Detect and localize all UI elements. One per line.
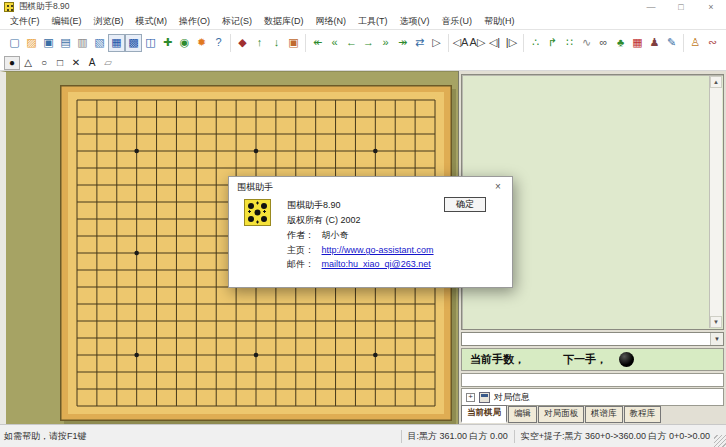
dialog-email-row: 邮件： mailto:hu_xiao_qi@263.net (287, 258, 431, 271)
menu-item-3[interactable]: 模式(M) (130, 14, 174, 29)
board-edit-button[interactable]: ▩ (125, 34, 142, 52)
move-up-button[interactable]: ↑ (251, 34, 268, 52)
about-button[interactable]: ? (210, 34, 227, 52)
last-variation-button[interactable]: |▷ (503, 34, 520, 52)
wave2-button[interactable]: ∾ (704, 34, 721, 52)
snapshot-button[interactable]: ▣ (285, 34, 302, 52)
save-button[interactable]: ▣ (40, 34, 57, 52)
letter-mark-tool[interactable]: A (84, 56, 100, 70)
menu-bar: 文件(F)编辑(E)浏览(B)模式(M)操作(O)标记(S)数据库(D)网络(N… (0, 14, 726, 30)
try-move-button[interactable]: ↱ (544, 34, 561, 52)
go-first-button[interactable]: ↞ (309, 34, 326, 52)
homepage-label: 主页： (287, 244, 319, 257)
database-add-button[interactable]: ✚ (159, 34, 176, 52)
next-move-label: 下一手， (563, 352, 607, 367)
eraser-tool[interactable]: ▱ (100, 56, 116, 70)
dialog-close-icon[interactable]: × (484, 177, 512, 195)
move-group: ◆↑↓▣ (231, 34, 306, 52)
dialog-homepage-row: 主页： http://www.go-assistant.com (287, 244, 434, 257)
author-label: 作者： (287, 229, 319, 242)
nav-group: ↞«←→»↠⇄▷ (306, 34, 449, 52)
menu-item-5[interactable]: 标记(S) (216, 14, 258, 29)
tree-expand-icon[interactable]: + (466, 393, 475, 402)
download-button[interactable]: ⇓ (721, 34, 726, 52)
search-position-button[interactable]: ∞ (595, 34, 612, 52)
board-panel-button[interactable]: ◫ (142, 34, 159, 52)
menu-item-7[interactable]: 网络(N) (310, 14, 353, 29)
tab-0[interactable]: 当前棋局 (461, 405, 507, 423)
copy-kifu-button[interactable]: ▧ (91, 34, 108, 52)
bottom-tab-strip: 当前棋局编辑对局面板棋谱库教程库 (461, 408, 724, 423)
menu-item-1[interactable]: 编辑(E) (46, 14, 88, 29)
save-as-button[interactable]: ▤ (57, 34, 74, 52)
status-score: 目:黑方 361.00 白方 0.00 (401, 430, 514, 443)
first-variation-button[interactable]: ◁| (486, 34, 503, 52)
maximize-button[interactable]: □ (666, 0, 696, 14)
go-fast-back-button[interactable]: « (326, 34, 343, 52)
player-edit-button[interactable]: ♙ (687, 34, 704, 52)
close-button[interactable]: × (696, 0, 726, 14)
menu-item-11[interactable]: 帮助(H) (478, 14, 521, 29)
dialog-app-icon (244, 199, 271, 226)
open-file-button[interactable]: ▨ (23, 34, 40, 52)
scroll-up-arrow[interactable]: ▲ (710, 76, 722, 88)
go-last-button[interactable]: ↠ (394, 34, 411, 52)
dialog-author-row: 作者： 胡小奇 (287, 229, 349, 242)
move-combobox[interactable]: ▼ (461, 332, 724, 346)
new-file-button[interactable]: ▢ (6, 34, 23, 52)
scroll-down-arrow[interactable]: ▼ (710, 316, 722, 328)
tab-3[interactable]: 棋谱库 (585, 406, 623, 423)
variation-group: ◁AA▷◁||▷ (449, 34, 524, 52)
ok-button[interactable]: 确定 (444, 197, 486, 212)
email-label: 邮件： (287, 258, 319, 271)
tab-2[interactable]: 对局面板 (538, 406, 584, 423)
menu-item-9[interactable]: 选项(V) (394, 14, 436, 29)
territory-grid-button[interactable]: ▦ (629, 34, 646, 52)
tab-4[interactable]: 教程库 (624, 406, 662, 423)
menu-item-0[interactable]: 文件(F) (4, 14, 46, 29)
kifu-scrollbar[interactable]: ▲ ▼ (709, 76, 722, 328)
circle-mark-tool[interactable]: ○ (36, 56, 52, 70)
menu-item-8[interactable]: 工具(T) (352, 14, 394, 29)
file-group: ▢▨▣▤▥▧▦▩◫✚◉✹? (3, 34, 231, 52)
triangle-mark-tool[interactable]: △ (20, 56, 36, 70)
homepage-link[interactable]: http://www.go-assistant.com (322, 245, 434, 255)
move-list-box[interactable] (461, 373, 724, 387)
gem-button[interactable]: ◆ (234, 34, 251, 52)
guess-move-button[interactable]: ∴ (527, 34, 544, 52)
move-down-button[interactable]: ↓ (268, 34, 285, 52)
dialog-title: 围棋助手 (237, 181, 273, 194)
menu-item-10[interactable]: 音乐(U) (436, 14, 479, 29)
menu-item-6[interactable]: 数据库(D) (258, 14, 310, 29)
go-fast-forward-button[interactable]: » (377, 34, 394, 52)
menu-item-4[interactable]: 操作(O) (173, 14, 216, 29)
tools-button[interactable]: ✹ (193, 34, 210, 52)
go-back-button[interactable]: ← (343, 34, 360, 52)
black-stone-tool[interactable]: ● (4, 56, 20, 70)
game-tree-button[interactable]: ♣ (612, 34, 629, 52)
players-button[interactable]: ♟ (646, 34, 663, 52)
combobox-dropdown-arrow[interactable]: ▼ (710, 333, 723, 345)
resize-grip[interactable] (714, 435, 726, 447)
network-button[interactable]: ◉ (176, 34, 193, 52)
email-link[interactable]: mailto:hu_xiao_qi@263.net (322, 259, 431, 269)
annotate-button[interactable]: ✎ (663, 34, 680, 52)
print-button[interactable]: ▥ (74, 34, 91, 52)
board-view-button[interactable]: ▦ (108, 34, 125, 52)
next-variation-button[interactable]: A▷ (469, 34, 486, 52)
tab-1[interactable]: 编辑 (508, 406, 537, 423)
title-bar: 围棋助手8.90 — □ × (0, 0, 726, 14)
swap-move-button[interactable]: ⇄ (411, 34, 428, 52)
prev-variation-button[interactable]: ◁A (452, 34, 469, 52)
play-button[interactable]: ▷ (428, 34, 445, 52)
menu-item-2[interactable]: 浏览(B) (88, 14, 130, 29)
dialog-app-name: 围棋助手8.90 (287, 199, 341, 212)
dots-analysis-button[interactable]: ∷ (561, 34, 578, 52)
minimize-button[interactable]: — (636, 0, 666, 14)
tree-item-label[interactable]: 对局信息 (494, 391, 530, 404)
wave-button[interactable]: ∿ (578, 34, 595, 52)
square-mark-tool[interactable]: □ (52, 56, 68, 70)
x-mark-tool[interactable]: ✕ (68, 56, 84, 70)
game-info-icon (479, 392, 490, 403)
go-forward-button[interactable]: → (360, 34, 377, 52)
